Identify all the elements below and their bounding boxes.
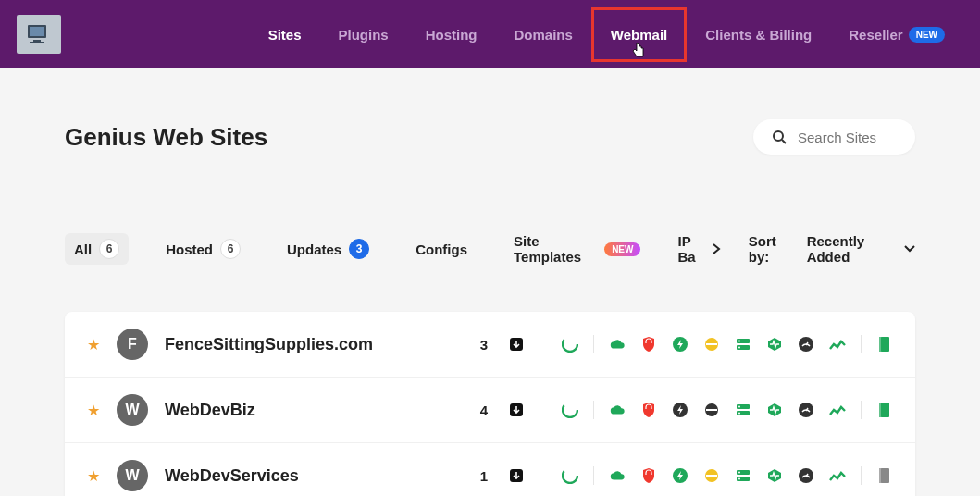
nav-domains[interactable]: Domains — [496, 7, 591, 62]
separator — [861, 466, 862, 485]
separator — [593, 466, 594, 485]
title-row: Genius Web Sites — [65, 119, 915, 155]
filter-label: Site Templates — [514, 233, 597, 265]
gauge-icon[interactable] — [798, 467, 814, 484]
svg-point-13 — [738, 341, 740, 342]
swoosh-icon[interactable] — [562, 467, 578, 484]
swoosh-icon[interactable] — [562, 402, 578, 418]
site-avatar: W — [117, 394, 148, 426]
separator — [861, 401, 862, 419]
book-icon[interactable] — [876, 402, 893, 418]
chart-icon[interactable] — [829, 402, 846, 418]
sort-dropdown[interactable]: Recently Added — [807, 233, 915, 265]
sites-list: ★ F FenceSittingSupplies.com 3 ★ W WebDe… — [65, 312, 915, 496]
chart-icon[interactable] — [829, 467, 846, 484]
svg-rect-17 — [881, 337, 889, 352]
site-avatar: F — [117, 329, 148, 360]
update-count: 3 — [480, 337, 488, 353]
svg-line-5 — [782, 140, 786, 143]
site-name[interactable]: WebDevServices — [165, 466, 480, 486]
filter-label: Configs — [416, 242, 467, 257]
svg-rect-30 — [881, 403, 889, 417]
svg-rect-36 — [706, 475, 717, 477]
cloud-icon[interactable] — [609, 336, 626, 353]
svg-rect-18 — [879, 337, 882, 352]
nav-webmail[interactable]: Webmail — [591, 7, 687, 62]
filter-label: Hosted — [166, 242, 213, 257]
star-icon[interactable]: ★ — [87, 467, 100, 485]
pulse-icon[interactable] — [766, 402, 783, 418]
filter-label: All — [74, 242, 92, 257]
server-icon[interactable] — [735, 336, 751, 353]
svg-point-14 — [738, 347, 740, 349]
svg-rect-1 — [30, 27, 44, 36]
pulse-icon[interactable] — [766, 336, 783, 353]
main-nav: Sites Plugins Hosting Domains Webmail Cl… — [250, 7, 963, 62]
shield-icon[interactable] — [640, 336, 657, 353]
filter-all[interactable]: All 6 — [65, 233, 129, 265]
nav-label: Reseller — [849, 27, 902, 43]
download-icon[interactable] — [508, 402, 525, 418]
svg-point-7 — [563, 337, 577, 352]
cloud-icon[interactable] — [609, 402, 626, 418]
sort-label: Sort by: — [749, 233, 796, 265]
site-name[interactable]: FenceSittingSupplies.com — [165, 335, 480, 354]
search-box[interactable] — [753, 119, 915, 155]
nav-reseller[interactable]: Reseller NEW — [830, 7, 963, 62]
disc-icon[interactable] — [703, 402, 720, 418]
icon-strip: 1 — [480, 466, 893, 485]
nav-hosting[interactable]: Hosting — [407, 7, 496, 62]
bolt-icon[interactable] — [672, 336, 688, 353]
separator — [593, 401, 594, 419]
site-row[interactable]: ★ F FenceSittingSupplies.com 3 — [65, 312, 915, 378]
filter-label: IP Ba — [677, 233, 707, 265]
swoosh-icon[interactable] — [562, 336, 578, 353]
nav-sites[interactable]: Sites — [250, 7, 320, 62]
svg-point-39 — [738, 472, 740, 474]
svg-point-40 — [738, 478, 740, 480]
filter-more[interactable]: IP Ba — [677, 233, 720, 265]
server-icon[interactable] — [735, 467, 751, 484]
filter-templates[interactable]: Site Templates NEW — [504, 228, 650, 270]
download-icon[interactable] — [508, 336, 525, 353]
gauge-icon[interactable] — [798, 402, 814, 418]
book-icon[interactable] — [876, 467, 893, 484]
shield-icon[interactable] — [640, 467, 657, 484]
separator — [593, 335, 594, 353]
new-badge: NEW — [909, 27, 945, 43]
logo[interactable] — [17, 15, 61, 54]
disc-icon[interactable] — [703, 336, 720, 353]
star-icon[interactable]: ★ — [87, 336, 100, 353]
svg-rect-3 — [30, 42, 44, 43]
star-icon[interactable]: ★ — [87, 402, 100, 419]
filter-label: Updates — [287, 242, 341, 257]
site-row[interactable]: ★ W WebDevServices 1 — [65, 443, 915, 496]
svg-point-33 — [563, 468, 577, 483]
shield-icon[interactable] — [640, 402, 657, 418]
search-input[interactable] — [798, 130, 897, 145]
filter-configs[interactable]: Configs — [406, 236, 477, 263]
pulse-icon[interactable] — [766, 467, 783, 484]
site-avatar: W — [117, 460, 148, 491]
chart-icon[interactable] — [829, 336, 846, 353]
sort-value-text: Recently Added — [807, 233, 899, 265]
filter-hosted[interactable]: Hosted 6 — [156, 233, 250, 265]
nav-clients-billing[interactable]: Clients & Billing — [687, 7, 830, 62]
gauge-icon[interactable] — [798, 336, 814, 353]
server-icon[interactable] — [735, 402, 751, 418]
svg-point-27 — [738, 413, 740, 415]
site-row[interactable]: ★ W WebDevBiz 4 — [65, 378, 915, 443]
nav-label: Domains — [515, 27, 573, 43]
book-icon[interactable] — [876, 336, 893, 353]
nav-label: Plugins — [339, 27, 389, 43]
filter-updates[interactable]: Updates 3 — [278, 233, 378, 265]
svg-rect-2 — [33, 40, 41, 42]
cloud-icon[interactable] — [609, 467, 626, 484]
bolt-icon[interactable] — [672, 402, 688, 418]
nav-plugins[interactable]: Plugins — [320, 7, 407, 62]
bolt-icon[interactable] — [672, 467, 688, 484]
chevron-down-icon — [904, 245, 915, 253]
download-icon[interactable] — [508, 467, 525, 484]
site-name[interactable]: WebDevBiz — [165, 401, 480, 420]
disc-icon[interactable] — [703, 467, 720, 484]
